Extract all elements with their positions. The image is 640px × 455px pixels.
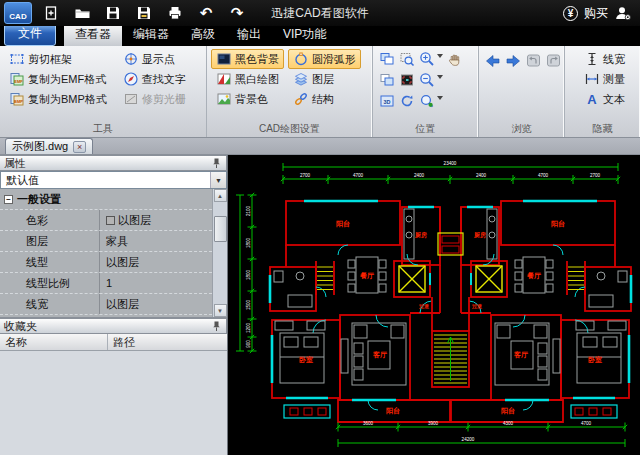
tile-windows-icon [379,72,395,88]
left-panel: 属性 默认值 ▼ −一般设置 色彩 以图层 [0,155,228,455]
tab-viewer[interactable]: 查看器 [64,23,122,46]
save-button[interactable] [104,4,122,22]
layers-button[interactable]: 图层 [288,69,361,89]
main-area: 属性 默认值 ▼ −一般设置 色彩 以图层 [0,155,640,455]
svg-text:阳台: 阳台 [386,407,400,415]
ribbon-group-cad-settings: 黑色背景 黑白绘图 背景色 圆滑弧形 图层 [206,46,372,137]
favorites-pin-icon[interactable] [211,320,222,332]
scroll-down-icon[interactable]: ▼ [214,304,227,317]
favorites-col-path[interactable]: 路径 [108,334,227,350]
undo-button[interactable]: ↶ [197,4,215,22]
ribbon-group-browse: 浏览 [478,46,564,137]
yen-icon: ¥ [563,6,578,21]
zoom-realtime-dropdown[interactable] [437,96,443,103]
svg-text:2700: 2700 [300,173,311,178]
zoom-out-dropdown[interactable] [437,75,443,82]
save-as-button[interactable] [135,4,153,22]
ribbon-group-hide: 线宽 测量 A 文本 隐藏 [564,46,640,137]
title-bar: CAD ↶ ↷ 迅捷CAD看图软件 ¥ 购买 [0,0,640,26]
find-text-button[interactable]: 查找文字 [118,69,191,89]
crop-frame-button[interactable]: 剪切框架 [4,49,112,69]
property-row-linetype[interactable]: 线型 以图层 [0,252,212,273]
svg-text:过道: 过道 [419,303,430,310]
properties-pin-icon[interactable] [211,157,222,169]
buy-button[interactable]: 购买 [584,5,608,22]
pan-button[interactable] [445,49,465,68]
hide-linewidth-button[interactable]: 线宽 [579,49,630,69]
tile-windows-button[interactable] [377,70,397,89]
smooth-arc-toggle[interactable]: 圆滑弧形 [288,49,361,69]
text-icon: A [584,91,600,107]
view-3d-button[interactable]: 3D [377,91,397,110]
curl-back-icon [526,53,541,68]
copy-bmp-button[interactable]: BMP 复制为BMP格式 [4,89,112,109]
ribbon: 剪切框架 EMF 复制为EMF格式 BMP 复制为BMP格式 显示点 [0,46,640,138]
preset-dropdown[interactable]: 默认值 ▼ [0,171,227,189]
zoom-extents-button[interactable] [397,70,417,89]
structure-button[interactable]: 结构 [288,89,361,109]
zoom-in-dropdown[interactable] [437,54,443,61]
property-row-color[interactable]: 色彩 以图层 [0,210,212,231]
show-points-button[interactable]: 显示点 [118,49,191,69]
property-grid: −一般设置 色彩 以图层 图层 家具 线型 以图层 [0,189,227,318]
svg-text:阳台: 阳台 [551,220,565,228]
view-forward-button-disabled[interactable] [543,51,563,70]
floor-plan: 23400 2700 4700 2400 2400 4700 2700 2100… [228,155,640,455]
tab-output[interactable]: 输出 [226,23,272,46]
close-document-icon[interactable]: × [73,141,86,153]
arrow-right-icon [505,53,521,69]
bmp-file-icon: BMP [9,91,25,107]
redo-button[interactable]: ↷ [228,4,246,22]
svg-text:BMP: BMP [14,99,23,104]
zoom-in-button[interactable] [417,49,437,68]
black-background-toggle[interactable]: 黑色背景 [211,49,284,69]
next-view-button[interactable] [503,51,523,70]
property-row-layer[interactable]: 图层 家具 [0,231,212,252]
refresh-view-button[interactable] [397,91,417,110]
collapse-icon[interactable]: − [4,195,13,204]
svg-text:餐厅: 餐厅 [527,272,541,280]
ribbon-group-position: 3D 位置 [372,46,478,137]
smooth-arc-icon [293,51,309,67]
property-scrollbar[interactable]: ▲ ▼ [212,189,227,317]
structure-icon [293,91,309,107]
document-tab[interactable]: 示例图.dwg × [5,138,93,154]
bw-drawing-icon [216,71,232,87]
copy-emf-button[interactable]: EMF 复制为EMF格式 [4,69,112,89]
hide-text-button[interactable]: A 文本 [579,89,630,109]
drawing-canvas[interactable]: 23400 2700 4700 2400 2400 4700 2700 2100… [228,155,640,455]
scrollbar-thumb[interactable] [214,216,227,242]
svg-text:EMF: EMF [14,79,23,84]
properties-title: 属性 [4,156,26,171]
new-file-button[interactable] [42,4,60,22]
emf-file-icon: EMF [9,71,25,87]
property-group-row[interactable]: −一般设置 [0,189,212,210]
trim-raster-button[interactable]: 修剪光栅 [118,89,191,109]
app-logo-icon[interactable]: CAD [4,2,32,24]
svg-text:23400: 23400 [444,161,457,166]
zoom-out-button[interactable] [417,70,437,89]
scroll-up-icon[interactable]: ▲ [214,189,227,202]
user-account-icon[interactable] [614,5,632,22]
print-button[interactable] [166,4,184,22]
property-row-linetype-scale[interactable]: 线型比例 1 [0,273,212,294]
svg-text:4700: 4700 [581,421,592,426]
zoom-window-icon [399,51,415,67]
group-label-hide: 隐藏 [565,122,640,136]
property-row-lineweight[interactable]: 线宽 以图层 [0,294,212,315]
hide-measure-button[interactable]: 测量 [579,69,630,89]
open-file-button[interactable] [73,4,91,22]
tab-vip[interactable]: VIP功能 [272,23,337,46]
favorites-list-empty[interactable] [0,351,227,455]
zoom-realtime-button[interactable] [417,91,437,110]
tab-advanced[interactable]: 高级 [180,23,226,46]
zoom-window-button[interactable] [397,49,417,68]
bw-drawing-button[interactable]: 黑白绘图 [211,69,284,89]
favorites-col-name[interactable]: 名称 [0,334,108,350]
view-back-button-disabled[interactable] [523,51,543,70]
document-tab-bar: 示例图.dwg × [0,138,640,155]
tab-editor[interactable]: 编辑器 [122,23,180,46]
cascade-windows-button[interactable] [377,49,397,68]
background-color-button[interactable]: 背景色 [211,89,284,109]
previous-view-button[interactable] [483,51,503,70]
